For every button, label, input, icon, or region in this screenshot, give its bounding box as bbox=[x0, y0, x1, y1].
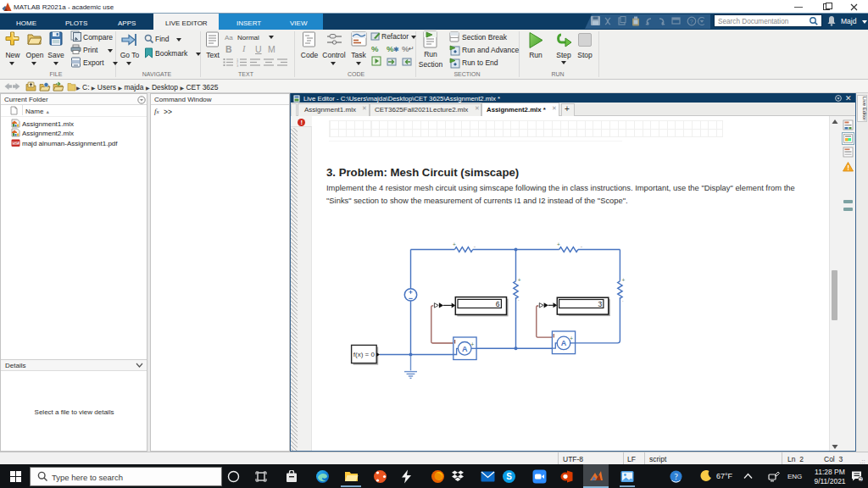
svg-text:-: - bbox=[581, 243, 583, 249]
svg-text:+: + bbox=[518, 277, 521, 283]
svg-text:?: ? bbox=[674, 473, 677, 481]
svg-text:S: S bbox=[506, 472, 512, 481]
svg-text:+: + bbox=[453, 241, 456, 247]
svg-text:.: . bbox=[518, 296, 520, 302]
svg-text:3: 3 bbox=[598, 300, 603, 308]
svg-text:+: + bbox=[557, 241, 560, 247]
svg-text:?: ? bbox=[690, 19, 693, 25]
svg-text:A: A bbox=[462, 345, 468, 353]
svg-text:-: - bbox=[474, 243, 476, 249]
svg-text:6: 6 bbox=[496, 300, 500, 308]
svg-text:A: A bbox=[561, 339, 567, 347]
svg-text:f(x) = 0: f(x) = 0 bbox=[353, 351, 376, 358]
svg-text:+: + bbox=[570, 336, 573, 341]
svg-text:+: + bbox=[470, 341, 474, 347]
svg-text:.: . bbox=[622, 297, 624, 302]
svg-text:2: 2 bbox=[860, 477, 862, 482]
svg-text:PDF: PDF bbox=[13, 141, 19, 145]
svg-text:3: 3 bbox=[236, 64, 239, 68]
svg-text:+: + bbox=[622, 277, 626, 283]
